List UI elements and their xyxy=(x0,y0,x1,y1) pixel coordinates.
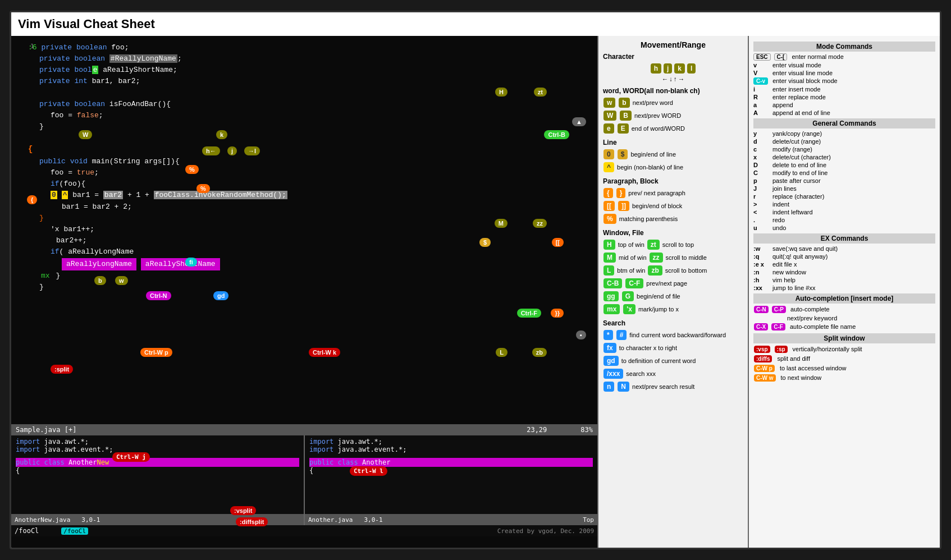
win-section: Window, File H top of win zt scroll to t… xyxy=(603,229,743,315)
colon-e-desc: edit file x xyxy=(772,261,797,268)
u-desc: undo xyxy=(772,224,786,231)
colon-q-key: :q xyxy=(753,253,770,260)
cwp-row: C-W p to last accessed window xyxy=(753,364,935,373)
dollar-desc: begin/end of line xyxy=(630,151,676,158)
left-filename: AnotherNew.java xyxy=(15,516,70,524)
key-slash: /xxx xyxy=(603,369,623,379)
badge-w2: w xyxy=(115,276,128,285)
key-close-brace: } xyxy=(616,188,626,198)
arrow-row: ← ↓ ↑ → xyxy=(603,76,743,82)
word-title: word, WORD(all non-blank ch) xyxy=(603,87,743,95)
line-title: Line xyxy=(603,139,743,146)
badge-zz: zz xyxy=(533,219,547,228)
arrow-down: ↓ xyxy=(669,76,673,82)
badge-zt: zt xyxy=(534,88,547,97)
lt-key: < xyxy=(753,209,770,215)
search-title: Search xyxy=(603,319,743,327)
win-title: Window, File xyxy=(603,229,743,237)
ee-row: e E end of word/WORD xyxy=(603,123,743,134)
key-k: k xyxy=(674,63,685,74)
ex-commands-title: EX Commands xyxy=(753,233,935,244)
q-row: :q quit(:q! quit anyway) xyxy=(753,253,935,260)
w-row: :w save(:wq save and quit) xyxy=(753,245,935,252)
badge-zb: zb xyxy=(532,348,547,357)
badge-m: M xyxy=(495,219,507,228)
page-title: Vim Visual Cheat Sheet xyxy=(11,12,940,36)
colon-xx-key: :xx xyxy=(753,284,770,291)
H-desc: top of win xyxy=(618,241,644,248)
key-G: G xyxy=(622,291,634,301)
badge-vsplit: :vsplit xyxy=(230,506,256,515)
V-key: V xyxy=(753,70,770,76)
key-L-win: L xyxy=(603,265,614,276)
d-row: d delete/cut (range) xyxy=(753,138,935,145)
C-row: C modify to end of line xyxy=(753,169,935,176)
ci-key: C-[ xyxy=(774,53,788,61)
keyword-desc: next/prev keyword xyxy=(787,315,837,322)
key-gd: gd xyxy=(603,356,619,366)
x-key: x xyxy=(753,154,770,160)
ctrlbf-desc: prev/next page xyxy=(646,280,687,287)
colon-h-desc: vim help xyxy=(772,277,795,283)
movement-panel: Movement/Range Character h j k l ← ↓ ↑ → xyxy=(597,36,749,548)
badge-ctrlwp: Ctrl-W p xyxy=(140,348,172,357)
badge-ctrlf: Ctrl-F xyxy=(517,309,541,318)
x-desc: delete/cut (character) xyxy=(772,154,831,160)
key-ctrlf-win: C-F xyxy=(625,278,643,288)
general-commands-title: General Commands xyxy=(753,118,935,128)
dollar-row: 0 $ begin/end of line xyxy=(603,149,743,160)
R-key: R xyxy=(753,94,770,100)
cursor-pos: 23,29 xyxy=(527,426,547,434)
C-key: C xyxy=(753,169,770,176)
key-gg: gg xyxy=(603,291,619,301)
key-zz: zz xyxy=(650,253,663,263)
esc-desc: enter normal mode xyxy=(792,53,843,60)
key-b: b xyxy=(619,98,629,108)
key-caret: ^ xyxy=(603,162,614,172)
cww-desc: to next window xyxy=(781,374,822,381)
dot-key: . xyxy=(753,217,770,223)
badge-fi: fi xyxy=(185,258,197,267)
braces-desc: prev/ next paragraph xyxy=(628,190,685,196)
key-ctrlb-win: C-B xyxy=(603,278,622,288)
J-row: J join lines xyxy=(753,185,935,192)
c-desc: modify (range) xyxy=(772,146,812,153)
movement-title: Movement/Range xyxy=(603,40,743,49)
caret-row: ^ begin (non-blank) of line xyxy=(603,162,743,173)
char-title: Character xyxy=(603,53,743,61)
d-key: d xyxy=(753,138,770,145)
e-row: :e x edit file x xyxy=(753,261,935,268)
colon-n-desc: new window xyxy=(772,269,806,276)
para-section: Paragraph, Block { } prev/ next paragrap… xyxy=(603,177,743,224)
split-editors: import java.awt.*; import java.awt.event… xyxy=(11,435,597,514)
L-desc: btm of win xyxy=(617,267,645,274)
search-section: Search * # find current word backward/fo… xyxy=(603,319,743,392)
gd-desc: to definition of current word xyxy=(621,357,696,364)
right-status: Another.java 3,0-1 Top xyxy=(305,514,597,525)
left-pane: import java.awt.*; import java.awt.event… xyxy=(11,435,305,514)
key-sp: :sp xyxy=(775,346,788,353)
pct-desc: matching parenthesis xyxy=(619,215,678,222)
a-row: a append xyxy=(753,102,935,108)
braces-row: { } prev/ next paragraph xyxy=(603,187,743,199)
badge-h-mv: h← xyxy=(202,146,220,155)
caret-desc: begin (non-blank) of line xyxy=(617,164,683,171)
right-filename: Another.java xyxy=(308,516,353,524)
vsp-desc: vertically/horizontally split xyxy=(793,346,862,352)
key-star: * xyxy=(603,330,613,340)
badge-dollar: $ xyxy=(479,238,491,247)
star-desc: find current word backward/forward xyxy=(629,332,726,338)
key-zt: zt xyxy=(647,240,660,250)
key-H-win: H xyxy=(603,240,615,250)
badge-j-mv: j xyxy=(227,146,237,155)
scroll-pct: 83% xyxy=(580,426,593,434)
d-desc: delete/cut (range) xyxy=(772,138,821,145)
u-row: u undo xyxy=(753,224,935,231)
key-fx: fx xyxy=(603,343,616,353)
eE-desc: end of word/WORD xyxy=(632,125,685,132)
dot-row: . redo xyxy=(753,217,935,223)
colon-xx-desc: jump to line #xx xyxy=(772,284,815,291)
key-diffs: :diffs xyxy=(754,355,772,362)
zz-desc: scroll to middle xyxy=(666,254,707,261)
esc-key: ESC xyxy=(753,53,771,61)
